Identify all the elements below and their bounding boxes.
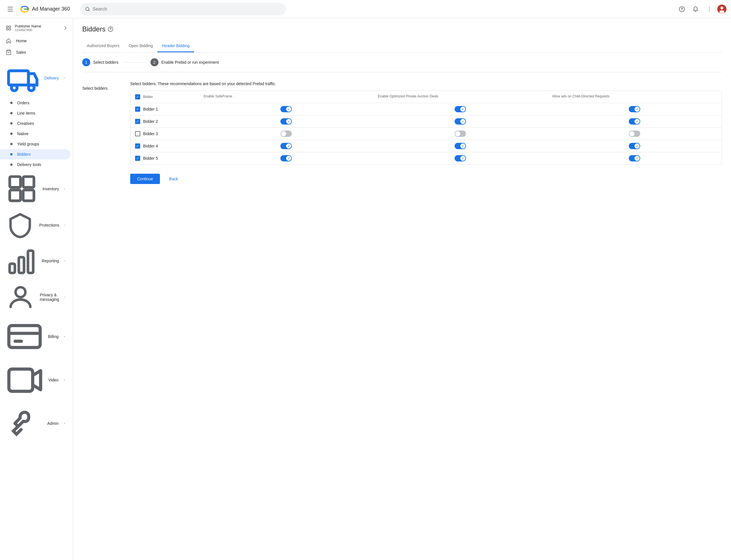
bidder-5-child-toggle[interactable]: ✓: [629, 155, 640, 161]
section-description: Select bidders. These recommendations ar…: [130, 81, 722, 86]
bidder-2-optimized-toggle[interactable]: ✓: [454, 118, 466, 125]
avatar[interactable]: [717, 5, 726, 14]
dot-icon: [10, 102, 13, 104]
bidder-1-safeframe-toggle[interactable]: ✓: [281, 106, 292, 112]
sidebar-label-protections: Protections: [39, 223, 59, 227]
bidder-3-optimized-toggle[interactable]: ✓: [454, 131, 466, 137]
page-help-icon[interactable]: [108, 26, 113, 32]
sidebar-label-privacy: Privacy & messaging: [40, 293, 59, 302]
select-all-checkbox[interactable]: ✓: [135, 94, 140, 99]
svg-rect-10: [9, 26, 11, 27]
bidder-3-checkbox[interactable]: [135, 131, 140, 136]
page-title: Bidders: [82, 25, 105, 33]
wrench-icon: [6, 405, 43, 442]
svg-point-2: [682, 10, 682, 11]
bidder-4-checkbox[interactable]: ✓: [135, 143, 140, 149]
bidder-4-optimized-toggle[interactable]: ✓: [454, 143, 466, 149]
td-bidder-1-child: ✓: [547, 103, 722, 115]
publisher-id: 1234567890: [15, 28, 41, 32]
sidebar-item-line-items[interactable]: Line items: [0, 108, 71, 118]
td-bidder-2-optimized: ✓: [373, 115, 547, 127]
sidebar-item-privacy[interactable]: Privacy & messaging: [0, 279, 71, 315]
tab-header-bidding[interactable]: Header Bidding: [157, 40, 194, 52]
td-bidder-4-optimized: ✓: [373, 140, 547, 152]
video-icon: [6, 361, 44, 399]
sidebar-label-delivery: Delivery: [44, 76, 59, 80]
more-vertical-icon: [706, 6, 712, 12]
bidder-1-checkbox[interactable]: ✓: [135, 107, 140, 112]
sidebar-label-home: Home: [16, 39, 27, 43]
help-button[interactable]: [676, 3, 688, 15]
sidebar-label-video: Video: [48, 378, 59, 382]
step-1-label: Select bidders: [93, 60, 119, 65]
td-bidder-5-optimized: ✓: [373, 152, 547, 164]
sidebar-item-native[interactable]: Native: [0, 129, 71, 139]
sidebar-item-creatives[interactable]: Creatives: [0, 118, 71, 129]
menu-icon[interactable]: [5, 3, 16, 15]
svg-rect-20: [10, 264, 15, 273]
cart-icon: [6, 49, 11, 55]
svg-point-15: [29, 85, 34, 91]
sidebar-label-sales: Sales: [16, 50, 26, 55]
sidebar-item-bidders[interactable]: Bidders: [0, 149, 71, 159]
td-bidder-4-safeframe: ✓: [199, 140, 373, 152]
tab-authorized-buyers[interactable]: Authorized Buyers: [82, 40, 124, 52]
svg-rect-13: [9, 71, 29, 85]
td-bidder-4-child: ✓: [547, 140, 722, 152]
dot-icon: [10, 163, 13, 166]
sidebar-item-protections[interactable]: Protections: [0, 208, 71, 242]
back-button[interactable]: Back: [165, 174, 183, 184]
sidebar-label-native: Native: [17, 131, 29, 136]
svg-point-8: [719, 10, 724, 14]
bidder-2-checkbox[interactable]: ✓: [135, 119, 140, 124]
more-options-button[interactable]: [704, 3, 715, 15]
step-divider: [123, 62, 146, 63]
brand-logo-link[interactable]: Ad Manager 360: [19, 4, 70, 14]
dot-icon: [10, 112, 13, 114]
td-bidder-2-child: ✓: [547, 115, 722, 127]
publisher-section[interactable]: Publisher Name 1234567890: [0, 21, 73, 35]
sidebar-item-reporting[interactable]: Reporting: [0, 243, 71, 280]
bidder-2-child-toggle[interactable]: ✓: [629, 118, 640, 125]
bidder-3-child-toggle[interactable]: ✓: [629, 131, 640, 137]
svg-rect-12: [9, 28, 11, 30]
bidder-2-safeframe-toggle[interactable]: ✓: [281, 118, 292, 125]
chevron-right-billing-icon: [63, 334, 66, 339]
step-2-label: Enable Prebid or run experiment: [161, 60, 219, 65]
svg-rect-21: [19, 257, 24, 273]
sidebar-item-admin[interactable]: Admin: [0, 402, 71, 445]
chevron-right-privacy-icon: [64, 295, 66, 299]
sidebar-item-inventory[interactable]: Inventory: [0, 170, 71, 208]
shield-icon: [6, 211, 35, 239]
bidder-5-checkbox[interactable]: ✓: [135, 156, 140, 161]
svg-point-7: [720, 7, 723, 9]
footer-actions: Continue Back: [130, 174, 722, 184]
sidebar-item-delivery-tools[interactable]: Delivery tools: [0, 159, 71, 170]
search-bar[interactable]: [80, 3, 286, 15]
bidder-4-child-toggle[interactable]: ✓: [629, 143, 640, 149]
notifications-button[interactable]: [690, 3, 701, 15]
bidder-3-safeframe-toggle[interactable]: ✓: [281, 131, 292, 137]
sidebar-item-orders[interactable]: Orders: [0, 98, 71, 108]
sidebar-item-billing[interactable]: Billing: [0, 315, 71, 358]
bidder-1-optimized-toggle[interactable]: ✓: [454, 106, 466, 112]
sidebar-item-sales[interactable]: Sales: [0, 47, 71, 58]
sidebar-item-delivery[interactable]: Delivery: [0, 58, 71, 98]
bidder-5-safeframe-toggle[interactable]: ✓: [281, 155, 292, 161]
bidder-5-optimized-toggle[interactable]: ✓: [454, 155, 466, 161]
sidebar-label-inventory: Inventory: [43, 187, 59, 191]
td-bidder-1-optimized: ✓: [373, 103, 547, 115]
sidebar-item-video[interactable]: Video: [0, 358, 71, 402]
search-input[interactable]: [93, 7, 281, 12]
bar-chart-icon: [6, 245, 37, 277]
tab-open-bidding[interactable]: Open Bidding: [124, 40, 157, 52]
sidebar-item-yield-groups[interactable]: Yield groups: [0, 139, 71, 149]
continue-button[interactable]: Continue: [130, 174, 160, 184]
svg-point-3: [709, 7, 710, 8]
bidder-1-child-toggle[interactable]: ✓: [629, 106, 640, 112]
bidder-4-safeframe-toggle[interactable]: ✓: [281, 143, 292, 149]
person-icon: [6, 282, 35, 312]
dot-icon: [10, 143, 13, 145]
sidebar-item-home[interactable]: Home: [0, 35, 71, 47]
dot-icon: [10, 133, 13, 135]
